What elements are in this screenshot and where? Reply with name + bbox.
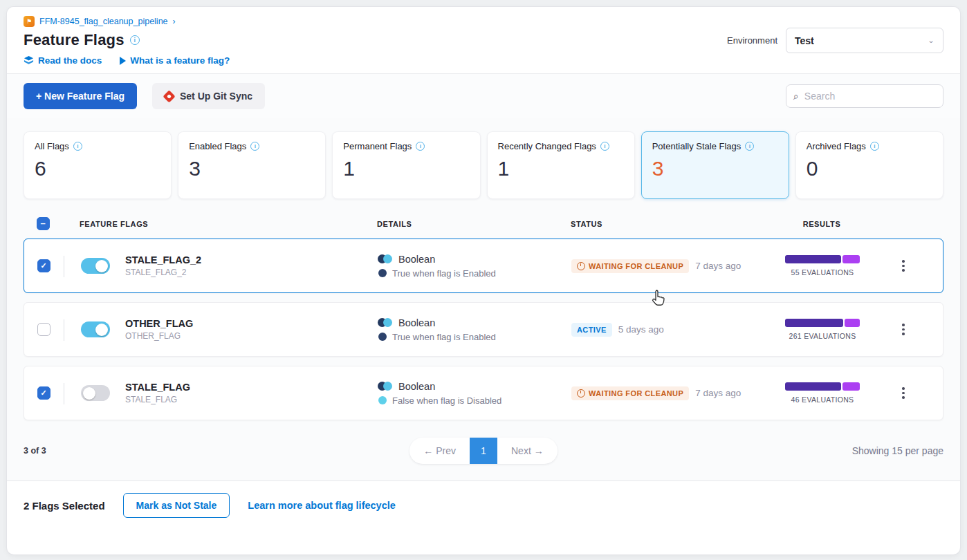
what-is-flag-link[interactable]: What is a feature flag? bbox=[120, 55, 230, 66]
row-menu-kebab-icon[interactable] bbox=[899, 384, 908, 402]
column-header-feature-flags: FEATURE FLAGS bbox=[62, 220, 377, 228]
next-page-button[interactable]: Next → bbox=[497, 438, 558, 464]
row-menu-kebab-icon[interactable] bbox=[899, 257, 908, 274]
table-row[interactable]: STALE_FLAG STALE_FLAG Boolean False when… bbox=[24, 366, 943, 420]
table-row[interactable]: STALE_FLAG_2 STALE_FLAG_2 Boolean True w… bbox=[24, 239, 943, 293]
table-header: FEATURE FLAGS DETAILS STATUS RESULTS bbox=[7, 207, 960, 237]
search-icon: ⌕ bbox=[793, 91, 799, 102]
stat-value: 3 bbox=[189, 157, 315, 180]
flag-id: STALE_FLAG bbox=[125, 395, 190, 404]
evaluations-count: 46 EVALUATIONS bbox=[791, 395, 854, 404]
status-time: 7 days ago bbox=[695, 388, 741, 398]
breadcrumb[interactable]: ⚑ FFM-8945_flag_cleanup_pipeline › bbox=[24, 16, 943, 27]
selected-count-label: 2 Flags Selected bbox=[24, 500, 105, 512]
stat-card-enabled-flags[interactable]: Enabled Flagsi 3 bbox=[178, 131, 326, 199]
status-badge[interactable]: WAITING FOR CLEANUP bbox=[571, 259, 689, 273]
status-time: 7 days ago bbox=[695, 261, 741, 271]
row-checkbox[interactable] bbox=[37, 323, 50, 336]
flag-type: Boolean bbox=[398, 254, 435, 265]
docs-icon bbox=[24, 55, 34, 66]
title-info-icon[interactable]: i bbox=[130, 35, 140, 45]
variation-dot-icon bbox=[378, 269, 387, 277]
clock-icon bbox=[577, 262, 585, 270]
environment-select[interactable]: Test ⌄ bbox=[786, 28, 943, 53]
stat-value: 1 bbox=[343, 157, 469, 180]
page-number-button[interactable]: 1 bbox=[470, 438, 497, 464]
flag-lifecycle-link[interactable]: Learn more about flag lifecycle bbox=[248, 500, 396, 511]
info-icon[interactable]: i bbox=[250, 142, 259, 151]
flag-variation: True when flag is Enabled bbox=[392, 268, 496, 279]
divider bbox=[64, 319, 64, 341]
new-feature-flag-button[interactable]: + New Feature Flag bbox=[24, 83, 137, 109]
flag-name[interactable]: STALE_FLAG_2 bbox=[125, 254, 201, 265]
status-badge[interactable]: ACTIVE bbox=[571, 323, 612, 337]
flag-type: Boolean bbox=[398, 381, 435, 392]
stat-value: 0 bbox=[807, 157, 932, 180]
selection-footer: 2 Flags Selected Mark as Not Stale Learn… bbox=[7, 480, 960, 532]
breadcrumb-project[interactable]: FFM-8945_flag_cleanup_pipeline bbox=[39, 17, 168, 26]
setup-git-sync-button[interactable]: Set Up Git Sync bbox=[152, 83, 265, 109]
git-sync-icon bbox=[163, 90, 175, 102]
flag-rows: STALE_FLAG_2 STALE_FLAG_2 Boolean True w… bbox=[7, 237, 960, 420]
status-badge[interactable]: WAITING FOR CLEANUP bbox=[571, 386, 689, 400]
select-all-checkbox[interactable] bbox=[37, 217, 50, 230]
column-header-details: DETAILS bbox=[377, 220, 571, 228]
read-docs-link[interactable]: Read the docs bbox=[24, 55, 102, 66]
pager: ← Prev 1 Next → bbox=[409, 438, 557, 464]
stat-card-archived-flags[interactable]: Archived Flagsi 0 bbox=[795, 131, 943, 199]
flag-variation: False when flag is Disabled bbox=[392, 395, 501, 406]
stat-card-recently-changed-flags[interactable]: Recently Changed Flagsi 1 bbox=[487, 131, 635, 199]
pagination: 3 of 3 ← Prev 1 Next → Showing 15 per pa… bbox=[7, 429, 960, 479]
row-checkbox[interactable] bbox=[37, 386, 50, 400]
chevron-down-icon: ⌄ bbox=[928, 37, 934, 44]
boolean-type-icon bbox=[378, 318, 393, 327]
prev-page-button[interactable]: ← Prev bbox=[409, 438, 470, 464]
row-checkbox[interactable] bbox=[37, 259, 50, 272]
row-count: 3 of 3 bbox=[24, 446, 196, 456]
evaluations-bar bbox=[785, 382, 860, 391]
variation-dot-icon bbox=[378, 333, 387, 341]
divider bbox=[64, 383, 64, 404]
stat-value: 6 bbox=[35, 157, 160, 180]
search-input[interactable] bbox=[804, 91, 936, 102]
play-icon bbox=[120, 57, 126, 65]
clock-icon bbox=[577, 389, 585, 398]
variation-dot-icon bbox=[378, 396, 387, 404]
mark-not-stale-button[interactable]: Mark as Not Stale bbox=[123, 493, 230, 518]
stat-value: 3 bbox=[652, 157, 778, 180]
flag-name[interactable]: STALE_FLAG bbox=[125, 382, 190, 393]
info-icon[interactable]: i bbox=[600, 142, 609, 151]
info-icon[interactable]: i bbox=[416, 142, 425, 151]
divider bbox=[64, 256, 64, 277]
stat-value: 1 bbox=[498, 157, 624, 180]
table-row[interactable]: OTHER_FLAG OTHER_FLAG Boolean True when … bbox=[24, 302, 943, 357]
flag-toggle[interactable] bbox=[81, 385, 110, 401]
boolean-type-icon bbox=[378, 254, 393, 263]
info-icon[interactable]: i bbox=[870, 142, 879, 151]
flag-toggle[interactable] bbox=[81, 258, 110, 274]
stat-card-all-flags[interactable]: All Flagsi 6 bbox=[24, 131, 172, 199]
boolean-type-icon bbox=[378, 382, 393, 391]
flag-variation: True when flag is Enabled bbox=[392, 332, 496, 342]
feature-flags-page: ⚑ FFM-8945_flag_cleanup_pipeline › Featu… bbox=[7, 7, 960, 554]
breadcrumb-chevron-icon: › bbox=[173, 17, 176, 26]
info-icon[interactable]: i bbox=[73, 142, 82, 151]
flag-name[interactable]: OTHER_FLAG bbox=[125, 318, 193, 329]
flag-id: OTHER_FLAG bbox=[125, 331, 193, 341]
page-header: ⚑ FFM-8945_flag_cleanup_pipeline › Featu… bbox=[7, 7, 960, 74]
flag-id: STALE_FLAG_2 bbox=[125, 268, 201, 277]
row-menu-kebab-icon[interactable] bbox=[899, 321, 908, 338]
main-area: All Flagsi 6 Enabled Flagsi 3 Permanent … bbox=[7, 118, 960, 480]
stats-row: All Flagsi 6 Enabled Flagsi 3 Permanent … bbox=[7, 118, 960, 207]
search-box[interactable]: ⌕ bbox=[786, 84, 943, 108]
status-time: 5 days ago bbox=[618, 324, 664, 335]
column-header-results: RESULTS bbox=[757, 220, 886, 228]
evaluations-bar bbox=[785, 319, 860, 327]
environment-value: Test bbox=[795, 35, 814, 46]
flag-toggle[interactable] bbox=[81, 321, 110, 337]
page-title: Feature Flags bbox=[24, 31, 125, 49]
stat-card-permanent-flags[interactable]: Permanent Flagsi 1 bbox=[332, 131, 480, 199]
stat-card-potentially-stale-flags[interactable]: Potentially Stale Flagsi 3 bbox=[641, 131, 789, 199]
info-icon[interactable]: i bbox=[745, 142, 754, 151]
evaluations-count: 261 EVALUATIONS bbox=[789, 332, 856, 340]
